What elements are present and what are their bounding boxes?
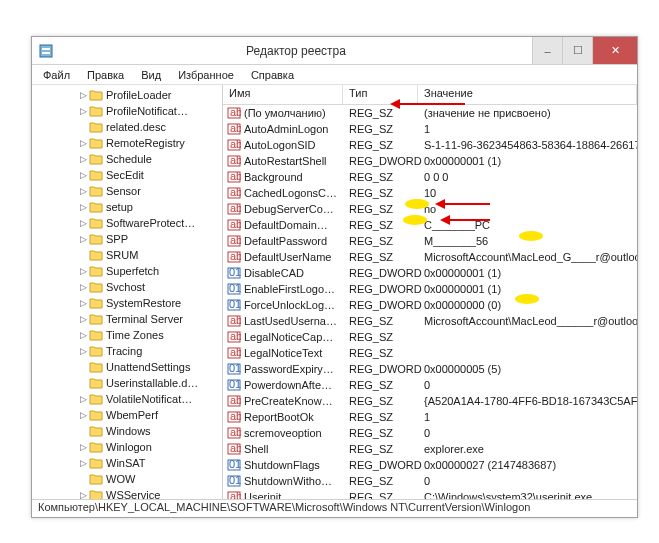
tree-item[interactable]: Userinstallable.d…	[32, 375, 222, 391]
value-row[interactable]: abCachedLogonsC…REG_SZ10	[223, 185, 637, 201]
col-name[interactable]: Имя	[223, 85, 343, 104]
svg-text:ab: ab	[230, 218, 241, 230]
value-row[interactable]: abscremoveoptionREG_SZ0	[223, 425, 637, 441]
tree-item[interactable]: UnattendSettings	[32, 359, 222, 375]
value-row[interactable]: 011ShutdownWitho…REG_SZ0	[223, 473, 637, 489]
tree-item[interactable]: ▷SystemRestore	[32, 295, 222, 311]
value-icon: 011	[227, 378, 241, 392]
value-data: 1	[418, 123, 637, 135]
value-row[interactable]: abPreCreateKnow…REG_SZ{A520A1A4-1780-4FF…	[223, 393, 637, 409]
tree-item[interactable]: related.desc	[32, 119, 222, 135]
menu-file[interactable]: Файл	[36, 67, 77, 83]
minimize-button[interactable]: –	[532, 37, 562, 64]
value-row[interactable]: abAutoRestartShellREG_DWORD0x00000001 (1…	[223, 153, 637, 169]
expand-icon[interactable]: ▷	[78, 154, 89, 164]
tree-label: WbemPerf	[106, 409, 158, 421]
value-row[interactable]: abDefaultUserNameREG_SZMicrosoftAccount\…	[223, 249, 637, 265]
value-row[interactable]: abAutoAdminLogonREG_SZ1	[223, 121, 637, 137]
tree-item[interactable]: ▷RemoteRegistry	[32, 135, 222, 151]
menu-favorites[interactable]: Избранное	[171, 67, 241, 83]
tree-item[interactable]: ▷Schedule	[32, 151, 222, 167]
value-row[interactable]: abAutoLogonSIDREG_SZS-1-11-96-3623454863…	[223, 137, 637, 153]
expand-icon[interactable]: ▷	[78, 266, 89, 276]
value-row[interactable]: abUserinitREG_SZC:\Windows\system32\user…	[223, 489, 637, 499]
value-row[interactable]: abReportBootOkREG_SZ1	[223, 409, 637, 425]
tree-item[interactable]: Windows	[32, 423, 222, 439]
tree-item[interactable]: ▷Tracing	[32, 343, 222, 359]
value-row[interactable]: abBackgroundREG_SZ0 0 0	[223, 169, 637, 185]
expand-icon[interactable]: ▷	[78, 298, 89, 308]
tree-item[interactable]: ▷WSService	[32, 487, 222, 499]
tree-item[interactable]: ▷SoftwareProtect…	[32, 215, 222, 231]
value-row[interactable]: 011EnableFirstLogo…REG_DWORD0x00000001 (…	[223, 281, 637, 297]
tree-item[interactable]: ▷ProfileLoader	[32, 87, 222, 103]
value-type: REG_SZ	[343, 203, 418, 215]
tree-item[interactable]: ▷Terminal Server	[32, 311, 222, 327]
tree-item[interactable]: ▷setup	[32, 199, 222, 215]
value-row[interactable]: abDefaultDomain…REG_SZC_______PC	[223, 217, 637, 233]
tree-item[interactable]: ▷WbemPerf	[32, 407, 222, 423]
expand-icon[interactable]: ▷	[78, 314, 89, 324]
tree-item[interactable]: ▷VolatileNotificat…	[32, 391, 222, 407]
expand-icon[interactable]: ▷	[78, 106, 89, 116]
tree-item[interactable]: WOW	[32, 471, 222, 487]
value-icon: 011	[227, 362, 241, 376]
value-data: explorer.exe	[418, 443, 637, 455]
tree-item[interactable]: ▷Superfetch	[32, 263, 222, 279]
tree-item[interactable]: ▷SecEdit	[32, 167, 222, 183]
expand-icon[interactable]: ▷	[78, 234, 89, 244]
value-row[interactable]: abDebugServerCo…REG_SZno	[223, 201, 637, 217]
value-row[interactable]: ab(По умолчанию)REG_SZ(значение не присв…	[223, 105, 637, 121]
folder-icon	[89, 217, 103, 229]
expand-icon[interactable]: ▷	[78, 170, 89, 180]
expand-icon[interactable]: ▷	[78, 330, 89, 340]
col-type[interactable]: Тип	[343, 85, 418, 104]
value-name: PreCreateKnow…	[244, 395, 333, 407]
expand-icon[interactable]: ▷	[78, 346, 89, 356]
tree-item[interactable]: ▷Sensor	[32, 183, 222, 199]
maximize-button[interactable]: ☐	[562, 37, 592, 64]
value-row[interactable]: abDefaultPasswordREG_SZM_______56	[223, 233, 637, 249]
value-name: ForceUnlockLog…	[244, 299, 335, 311]
expand-icon[interactable]: ▷	[78, 218, 89, 228]
value-row[interactable]: abLastUsedUserna…REG_SZMicrosoftAccount\…	[223, 313, 637, 329]
value-row[interactable]: 011DisableCADREG_DWORD0x00000001 (1)	[223, 265, 637, 281]
tree-item[interactable]: ▷WinSAT	[32, 455, 222, 471]
menu-edit[interactable]: Правка	[80, 67, 131, 83]
expand-icon[interactable]: ▷	[78, 202, 89, 212]
expand-icon[interactable]: ▷	[78, 442, 89, 452]
expand-icon[interactable]: ▷	[78, 410, 89, 420]
menubar: Файл Правка Вид Избранное Справка	[32, 65, 637, 85]
value-row[interactable]: abShellREG_SZexplorer.exe	[223, 441, 637, 457]
tree-item[interactable]: ▷ProfileNotificat…	[32, 103, 222, 119]
tree-item[interactable]: ▷SPP	[32, 231, 222, 247]
expand-icon[interactable]: ▷	[78, 138, 89, 148]
value-row[interactable]: abLegalNoticeTextREG_SZ	[223, 345, 637, 361]
value-row[interactable]: 011ShutdownFlagsREG_DWORD0x00000027 (214…	[223, 457, 637, 473]
folder-icon	[89, 489, 103, 499]
folder-icon	[89, 329, 103, 341]
tree-item[interactable]: ▷Time Zones	[32, 327, 222, 343]
expand-icon[interactable]: ▷	[78, 394, 89, 404]
tree-label: related.desc	[106, 121, 166, 133]
col-value[interactable]: Значение	[418, 85, 637, 104]
tree-item[interactable]: ▷Svchost	[32, 279, 222, 295]
expand-icon[interactable]: ▷	[78, 186, 89, 196]
expand-icon[interactable]: ▷	[78, 490, 89, 499]
expand-icon[interactable]: ▷	[78, 90, 89, 100]
expand-icon[interactable]: ▷	[78, 282, 89, 292]
tree-label: WinSAT	[106, 457, 146, 469]
value-type: REG_DWORD	[343, 283, 418, 295]
tree-item[interactable]: ▷Winlogon	[32, 439, 222, 455]
menu-view[interactable]: Вид	[134, 67, 168, 83]
expand-icon[interactable]: ▷	[78, 458, 89, 468]
value-name: scremoveoption	[244, 427, 322, 439]
value-row[interactable]: 011PowerdownAfte…REG_SZ0	[223, 377, 637, 393]
registry-tree[interactable]: ▷ProfileLoader▷ProfileNotificat…related.…	[32, 85, 223, 499]
value-row[interactable]: abLegalNoticeCap…REG_SZ	[223, 329, 637, 345]
value-row[interactable]: 011ForceUnlockLog…REG_DWORD0x00000000 (0…	[223, 297, 637, 313]
menu-help[interactable]: Справка	[244, 67, 301, 83]
value-row[interactable]: 011PasswordExpiry…REG_DWORD0x00000005 (5…	[223, 361, 637, 377]
tree-item[interactable]: SRUM	[32, 247, 222, 263]
close-button[interactable]: ✕	[592, 37, 637, 64]
